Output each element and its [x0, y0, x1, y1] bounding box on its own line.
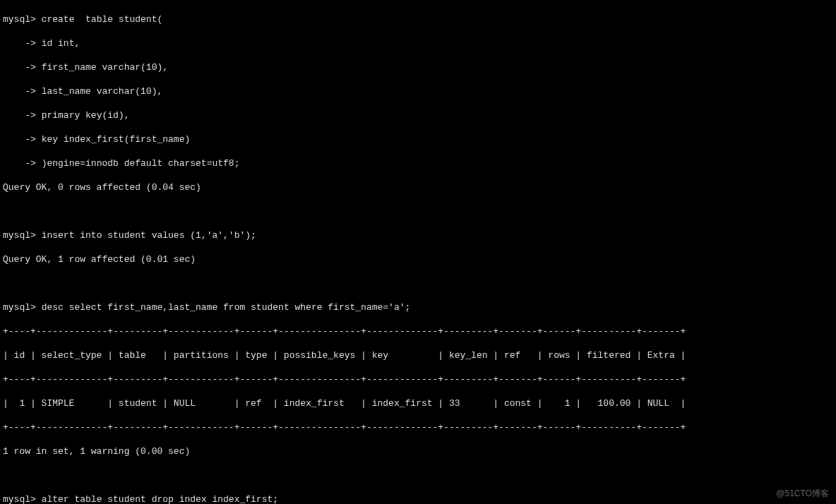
blank: [3, 277, 833, 289]
cmd-cont: -> )engine=innodb default charset=utf8;: [3, 157, 833, 169]
terminal[interactable]: mysql> create table student( -> id int, …: [0, 0, 836, 504]
cmd-cont: -> id int,: [3, 37, 833, 49]
table-border: +----+-------------+---------+----------…: [3, 373, 833, 385]
cmd-cont: -> key index_first(first_name): [3, 133, 833, 145]
table-row: | 1 | SIMPLE | student | NULL | ref | in…: [3, 397, 833, 409]
cmd-line: mysql> insert into student values (1,'a'…: [3, 229, 833, 241]
table-border: +----+-------------+---------+----------…: [3, 421, 833, 433]
response: Query OK, 0 rows affected (0.04 sec): [3, 181, 833, 193]
table-border: +----+-------------+---------+----------…: [3, 325, 833, 337]
cmd-line: mysql> create table student(: [3, 13, 833, 25]
cmd-cont: -> first_name varchar(10),: [3, 61, 833, 73]
cmd-cont: -> primary key(id),: [3, 109, 833, 121]
cmd-line: mysql> desc select first_name,last_name …: [3, 301, 833, 313]
watermark: @51CTO博客: [776, 488, 829, 500]
response: 1 row in set, 1 warning (0.00 sec): [3, 445, 833, 457]
blank: [3, 205, 833, 217]
blank: [3, 469, 833, 481]
response: Query OK, 1 row affected (0.01 sec): [3, 253, 833, 265]
cmd-cont: -> last_name varchar(10),: [3, 85, 833, 97]
table-header: | id | select_type | table | partitions …: [3, 349, 833, 361]
cmd-line: mysql> alter table student drop index in…: [3, 493, 833, 504]
